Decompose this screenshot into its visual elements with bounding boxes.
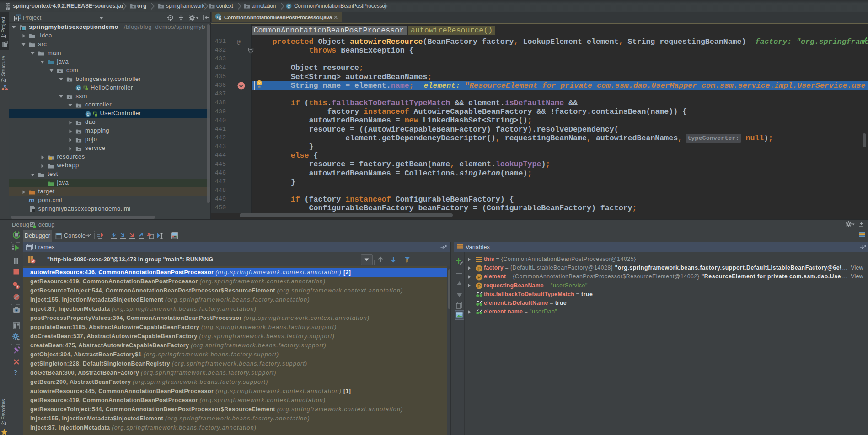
- svg-text:C: C: [77, 85, 80, 90]
- svg-text:P: P: [477, 265, 481, 271]
- svg-text:C: C: [287, 4, 290, 9]
- svg-text:P: P: [477, 283, 481, 289]
- svg-text:C: C: [86, 111, 90, 116]
- svg-text:P: P: [477, 274, 481, 280]
